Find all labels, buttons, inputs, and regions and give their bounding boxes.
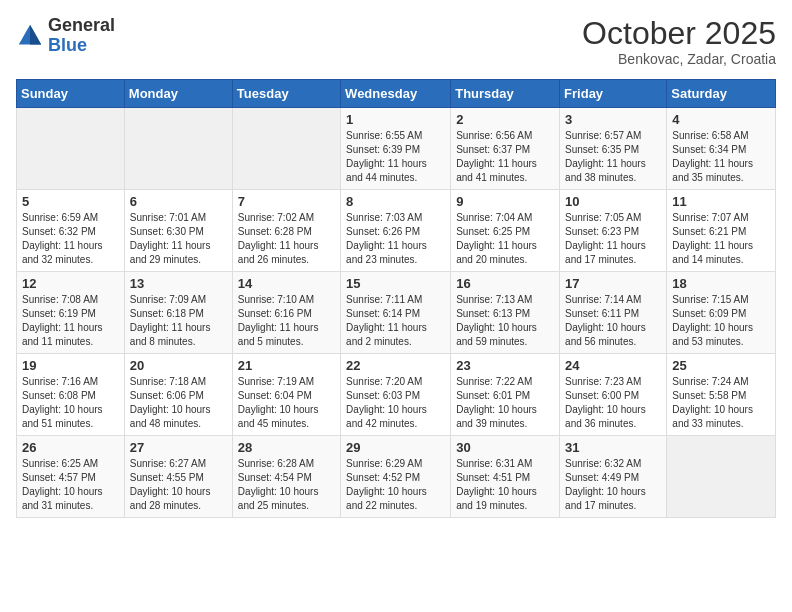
month-title: October 2025 (582, 16, 776, 51)
day-info: Sunrise: 7:15 AM Sunset: 6:09 PM Dayligh… (672, 293, 770, 349)
calendar-cell: 24Sunrise: 7:23 AM Sunset: 6:00 PM Dayli… (560, 354, 667, 436)
calendar-cell (232, 108, 340, 190)
calendar-cell: 15Sunrise: 7:11 AM Sunset: 6:14 PM Dayli… (341, 272, 451, 354)
calendar-day-header: Wednesday (341, 80, 451, 108)
calendar-cell (17, 108, 125, 190)
day-number: 22 (346, 358, 445, 373)
calendar-cell: 5Sunrise: 6:59 AM Sunset: 6:32 PM Daylig… (17, 190, 125, 272)
svg-marker-1 (30, 25, 41, 45)
day-number: 27 (130, 440, 227, 455)
calendar-cell: 30Sunrise: 6:31 AM Sunset: 4:51 PM Dayli… (451, 436, 560, 518)
day-info: Sunrise: 7:13 AM Sunset: 6:13 PM Dayligh… (456, 293, 554, 349)
calendar-cell: 3Sunrise: 6:57 AM Sunset: 6:35 PM Daylig… (560, 108, 667, 190)
day-info: Sunrise: 7:22 AM Sunset: 6:01 PM Dayligh… (456, 375, 554, 431)
calendar-day-header: Saturday (667, 80, 776, 108)
day-number: 10 (565, 194, 661, 209)
day-number: 25 (672, 358, 770, 373)
day-number: 21 (238, 358, 335, 373)
day-number: 11 (672, 194, 770, 209)
calendar-cell: 31Sunrise: 6:32 AM Sunset: 4:49 PM Dayli… (560, 436, 667, 518)
calendar-cell: 20Sunrise: 7:18 AM Sunset: 6:06 PM Dayli… (124, 354, 232, 436)
day-number: 16 (456, 276, 554, 291)
calendar-week-row: 5Sunrise: 6:59 AM Sunset: 6:32 PM Daylig… (17, 190, 776, 272)
day-info: Sunrise: 6:28 AM Sunset: 4:54 PM Dayligh… (238, 457, 335, 513)
day-number: 3 (565, 112, 661, 127)
calendar-day-header: Sunday (17, 80, 125, 108)
day-number: 9 (456, 194, 554, 209)
calendar-cell: 27Sunrise: 6:27 AM Sunset: 4:55 PM Dayli… (124, 436, 232, 518)
day-number: 28 (238, 440, 335, 455)
calendar-cell: 7Sunrise: 7:02 AM Sunset: 6:28 PM Daylig… (232, 190, 340, 272)
calendar-cell: 19Sunrise: 7:16 AM Sunset: 6:08 PM Dayli… (17, 354, 125, 436)
day-number: 24 (565, 358, 661, 373)
logo-general: General (48, 16, 115, 36)
day-info: Sunrise: 7:24 AM Sunset: 5:58 PM Dayligh… (672, 375, 770, 431)
day-info: Sunrise: 7:07 AM Sunset: 6:21 PM Dayligh… (672, 211, 770, 267)
day-info: Sunrise: 6:56 AM Sunset: 6:37 PM Dayligh… (456, 129, 554, 185)
calendar-cell: 26Sunrise: 6:25 AM Sunset: 4:57 PM Dayli… (17, 436, 125, 518)
day-number: 26 (22, 440, 119, 455)
day-info: Sunrise: 7:03 AM Sunset: 6:26 PM Dayligh… (346, 211, 445, 267)
day-info: Sunrise: 7:01 AM Sunset: 6:30 PM Dayligh… (130, 211, 227, 267)
calendar-cell: 8Sunrise: 7:03 AM Sunset: 6:26 PM Daylig… (341, 190, 451, 272)
calendar-cell: 1Sunrise: 6:55 AM Sunset: 6:39 PM Daylig… (341, 108, 451, 190)
calendar-cell: 29Sunrise: 6:29 AM Sunset: 4:52 PM Dayli… (341, 436, 451, 518)
day-number: 2 (456, 112, 554, 127)
logo: General Blue (16, 16, 115, 56)
day-number: 4 (672, 112, 770, 127)
calendar-cell (124, 108, 232, 190)
calendar-cell: 2Sunrise: 6:56 AM Sunset: 6:37 PM Daylig… (451, 108, 560, 190)
location: Benkovac, Zadar, Croatia (582, 51, 776, 67)
calendar-cell: 10Sunrise: 7:05 AM Sunset: 6:23 PM Dayli… (560, 190, 667, 272)
day-info: Sunrise: 6:59 AM Sunset: 6:32 PM Dayligh… (22, 211, 119, 267)
calendar-day-header: Thursday (451, 80, 560, 108)
day-number: 17 (565, 276, 661, 291)
calendar-week-row: 1Sunrise: 6:55 AM Sunset: 6:39 PM Daylig… (17, 108, 776, 190)
calendar-cell: 4Sunrise: 6:58 AM Sunset: 6:34 PM Daylig… (667, 108, 776, 190)
day-number: 19 (22, 358, 119, 373)
day-info: Sunrise: 7:02 AM Sunset: 6:28 PM Dayligh… (238, 211, 335, 267)
day-number: 31 (565, 440, 661, 455)
day-number: 5 (22, 194, 119, 209)
day-info: Sunrise: 6:27 AM Sunset: 4:55 PM Dayligh… (130, 457, 227, 513)
day-info: Sunrise: 6:58 AM Sunset: 6:34 PM Dayligh… (672, 129, 770, 185)
day-info: Sunrise: 7:19 AM Sunset: 6:04 PM Dayligh… (238, 375, 335, 431)
day-info: Sunrise: 6:57 AM Sunset: 6:35 PM Dayligh… (565, 129, 661, 185)
calendar-cell: 28Sunrise: 6:28 AM Sunset: 4:54 PM Dayli… (232, 436, 340, 518)
calendar-week-row: 19Sunrise: 7:16 AM Sunset: 6:08 PM Dayli… (17, 354, 776, 436)
day-number: 7 (238, 194, 335, 209)
day-number: 1 (346, 112, 445, 127)
day-info: Sunrise: 7:09 AM Sunset: 6:18 PM Dayligh… (130, 293, 227, 349)
calendar-cell: 14Sunrise: 7:10 AM Sunset: 6:16 PM Dayli… (232, 272, 340, 354)
calendar-day-header: Friday (560, 80, 667, 108)
calendar-week-row: 26Sunrise: 6:25 AM Sunset: 4:57 PM Dayli… (17, 436, 776, 518)
day-info: Sunrise: 6:25 AM Sunset: 4:57 PM Dayligh… (22, 457, 119, 513)
calendar-cell: 22Sunrise: 7:20 AM Sunset: 6:03 PM Dayli… (341, 354, 451, 436)
day-number: 29 (346, 440, 445, 455)
day-info: Sunrise: 6:29 AM Sunset: 4:52 PM Dayligh… (346, 457, 445, 513)
page-header: General Blue October 2025 Benkovac, Zada… (16, 16, 776, 67)
calendar-cell: 11Sunrise: 7:07 AM Sunset: 6:21 PM Dayli… (667, 190, 776, 272)
logo-blue: Blue (48, 36, 115, 56)
day-number: 6 (130, 194, 227, 209)
calendar-cell (667, 436, 776, 518)
calendar-cell: 6Sunrise: 7:01 AM Sunset: 6:30 PM Daylig… (124, 190, 232, 272)
day-info: Sunrise: 6:31 AM Sunset: 4:51 PM Dayligh… (456, 457, 554, 513)
calendar-cell: 21Sunrise: 7:19 AM Sunset: 6:04 PM Dayli… (232, 354, 340, 436)
calendar-table: SundayMondayTuesdayWednesdayThursdayFrid… (16, 79, 776, 518)
day-info: Sunrise: 7:14 AM Sunset: 6:11 PM Dayligh… (565, 293, 661, 349)
day-info: Sunrise: 7:20 AM Sunset: 6:03 PM Dayligh… (346, 375, 445, 431)
logo-icon (16, 22, 44, 50)
day-info: Sunrise: 7:10 AM Sunset: 6:16 PM Dayligh… (238, 293, 335, 349)
calendar-week-row: 12Sunrise: 7:08 AM Sunset: 6:19 PM Dayli… (17, 272, 776, 354)
day-number: 20 (130, 358, 227, 373)
calendar-cell: 17Sunrise: 7:14 AM Sunset: 6:11 PM Dayli… (560, 272, 667, 354)
calendar-cell: 9Sunrise: 7:04 AM Sunset: 6:25 PM Daylig… (451, 190, 560, 272)
calendar-cell: 23Sunrise: 7:22 AM Sunset: 6:01 PM Dayli… (451, 354, 560, 436)
day-number: 8 (346, 194, 445, 209)
calendar-cell: 16Sunrise: 7:13 AM Sunset: 6:13 PM Dayli… (451, 272, 560, 354)
day-number: 23 (456, 358, 554, 373)
day-info: Sunrise: 7:18 AM Sunset: 6:06 PM Dayligh… (130, 375, 227, 431)
day-info: Sunrise: 7:23 AM Sunset: 6:00 PM Dayligh… (565, 375, 661, 431)
calendar-day-header: Tuesday (232, 80, 340, 108)
